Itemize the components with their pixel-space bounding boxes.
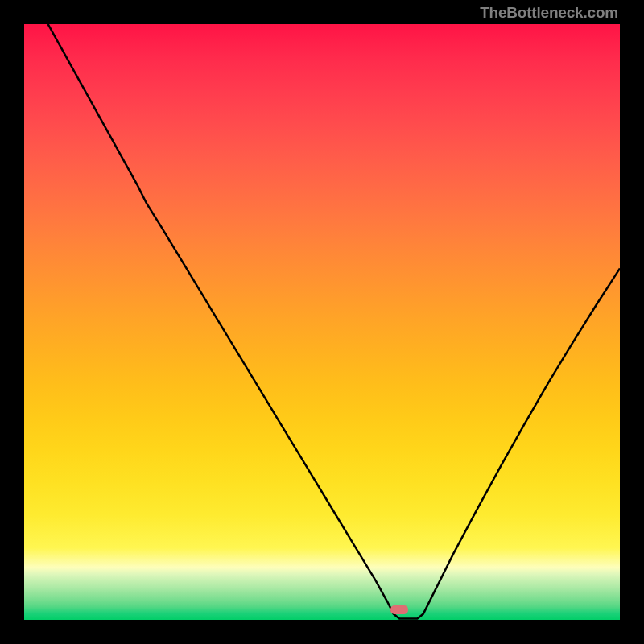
bottleneck-curve	[48, 24, 620, 619]
curve-svg	[24, 24, 620, 620]
chart-frame: TheBottleneck.com	[0, 0, 644, 644]
watermark-label: TheBottleneck.com	[480, 4, 618, 22]
plot-area	[24, 24, 620, 620]
optimal-marker	[390, 605, 408, 614]
